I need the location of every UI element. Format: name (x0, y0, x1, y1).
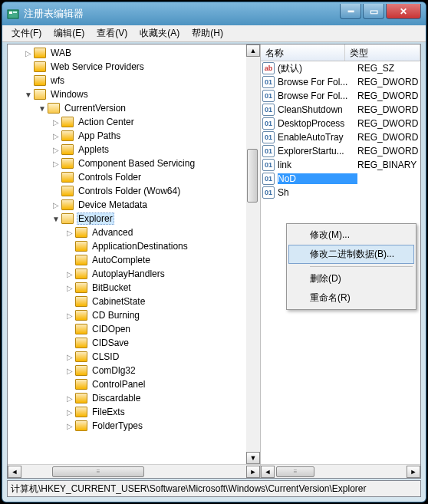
expander-closed-icon[interactable]: ▷ (64, 229, 75, 237)
expander-closed-icon[interactable]: ▷ (51, 201, 61, 209)
scroll-down-button[interactable]: ▼ (246, 452, 260, 464)
tree-node[interactable]: ▷ComDlg32 (9, 364, 258, 377)
menu-favorites[interactable]: 收藏夹(A) (133, 25, 186, 41)
titlebar[interactable]: 注册表编辑器 ━ ▭ ✕ (2, 2, 426, 25)
tree-node[interactable]: Controls Folder (Wow64) (9, 184, 258, 198)
value-row[interactable]: 01linkREG_BINARY (261, 158, 420, 172)
expander-open-icon[interactable]: ▼ (37, 104, 48, 113)
folder-icon (75, 338, 87, 348)
ctx-modify[interactable]: 修改(M)... (288, 226, 414, 245)
value-name: Sh (278, 187, 357, 198)
ctx-rename[interactable]: 重命名(R) (288, 288, 414, 308)
scroll-right-button[interactable]: ► (246, 466, 260, 478)
folder-icon (61, 117, 74, 127)
tree-node[interactable]: ▷WAB (9, 46, 258, 60)
expander-closed-icon[interactable]: ▷ (64, 422, 75, 430)
tree-node[interactable]: ControlPanel (9, 377, 258, 391)
tree-node[interactable]: ▷CLSID (9, 350, 258, 364)
tree-node[interactable]: ▷Component Based Servicing (9, 156, 258, 170)
expander-closed-icon[interactable]: ▷ (51, 118, 61, 127)
folder-icon (75, 351, 87, 362)
header-type[interactable]: 类型 (345, 44, 420, 61)
tree-label: CurrentVersion (63, 103, 127, 114)
expander-closed-icon[interactable]: ▷ (51, 132, 61, 140)
binary-value-icon: 01 (262, 131, 275, 143)
expander-closed-icon[interactable]: ▷ (64, 353, 75, 361)
expander-closed-icon[interactable]: ▷ (64, 311, 75, 320)
expander-closed-icon[interactable]: ▷ (64, 284, 75, 292)
tree-node[interactable]: ▷Action Center (9, 115, 258, 129)
tree-node[interactable]: ▼Explorer (9, 212, 258, 226)
folder-icon (75, 268, 87, 279)
expander-closed-icon[interactable]: ▷ (64, 408, 75, 417)
scroll-right-button[interactable]: ► (407, 466, 420, 478)
value-row[interactable]: 01DesktopProcessREG_DWORD (261, 117, 420, 130)
tree-node[interactable]: ▷App Paths (9, 129, 258, 143)
tree-node[interactable]: ▷Applets (9, 143, 258, 156)
folder-icon (75, 324, 87, 334)
folder-icon (34, 75, 46, 86)
value-row[interactable]: 01Sh (261, 186, 420, 199)
folder-icon (75, 379, 87, 390)
expander-open-icon[interactable]: ▼ (23, 91, 34, 99)
tree-node[interactable]: ▷AutoplayHandlers (9, 267, 258, 281)
expander-open-icon[interactable]: ▼ (51, 215, 61, 223)
tree-node[interactable]: AutoComplete (9, 253, 258, 267)
close-button[interactable]: ✕ (386, 4, 421, 19)
tree-vscrollbar[interactable]: ▲ ▼ (246, 44, 260, 464)
maximize-button[interactable]: ▭ (363, 4, 384, 19)
expander-closed-icon[interactable]: ▷ (64, 394, 75, 403)
folder-icon (61, 213, 74, 224)
tree-node[interactable]: CIDOpen (9, 322, 258, 336)
scroll-thumb[interactable]: ≡ (276, 466, 314, 477)
menu-edit[interactable]: 编辑(E) (48, 25, 91, 41)
string-value-icon: ab (262, 62, 275, 74)
tree-node[interactable]: CabinetState (9, 295, 258, 308)
context-menu: 修改(M)... 修改二进制数据(B)... 删除(D) 重命名(R) (286, 223, 416, 310)
tree-node[interactable]: wfs (9, 74, 258, 87)
tree-node[interactable]: ▷BitBucket (9, 281, 258, 295)
tree-node[interactable]: Web Service Providers (9, 60, 258, 74)
scroll-left-button[interactable]: ◄ (8, 466, 21, 478)
header-name[interactable]: 名称 (261, 44, 345, 61)
tree-node[interactable]: Controls Folder (9, 170, 258, 184)
value-name: CleanShutdown (278, 104, 357, 115)
scroll-left-button[interactable]: ◄ (261, 466, 275, 478)
tree-node[interactable]: ▷FolderTypes (9, 419, 258, 433)
value-row[interactable]: 01CleanShutdownREG_DWORD (261, 103, 420, 117)
tree-node[interactable]: ApplicationDestinations (9, 239, 258, 253)
tree-node[interactable]: ▷Advanced (9, 226, 258, 239)
ctx-modify-binary[interactable]: 修改二进制数据(B)... (288, 245, 414, 264)
value-row[interactable]: 01EnableAutoTrayREG_DWORD (261, 130, 420, 144)
scroll-up-button[interactable]: ▲ (246, 44, 260, 57)
expander-closed-icon[interactable]: ▷ (51, 146, 61, 154)
tree-node[interactable]: ▷FileExts (9, 405, 258, 419)
list-hscrollbar[interactable]: ◄ ≡ ► (261, 464, 420, 478)
expander-closed-icon[interactable]: ▷ (64, 270, 75, 278)
scroll-vthumb[interactable] (247, 149, 258, 203)
minimize-button[interactable]: ━ (340, 4, 361, 19)
menu-help[interactable]: 帮助(H) (186, 25, 229, 41)
expander-closed-icon[interactable]: ▷ (64, 367, 75, 375)
tree-node[interactable]: ▷Discardable (9, 391, 258, 405)
tree-label: Discardable (91, 393, 142, 404)
value-row[interactable]: 01ExplorerStartu...REG_DWORD (261, 144, 420, 158)
tree-node[interactable]: ▷Device Metadata (9, 198, 258, 212)
menu-view[interactable]: 查看(V) (91, 25, 133, 41)
ctx-delete[interactable]: 删除(D) (288, 269, 414, 288)
registry-tree[interactable]: ▷WABWeb Service Providerswfs▼Windows▼Cur… (8, 44, 260, 464)
tree-node[interactable]: ▼CurrentVersion (9, 101, 258, 115)
tree-node[interactable]: ▼Windows (9, 87, 258, 101)
expander-closed-icon[interactable]: ▷ (23, 49, 34, 58)
value-row[interactable]: ab(默认)REG_SZ (261, 61, 420, 75)
value-row[interactable]: 01NoD (261, 172, 420, 186)
value-row[interactable]: 01Browse For Fol...REG_DWORD (261, 89, 420, 103)
scroll-thumb[interactable]: ≡ (52, 466, 144, 477)
menu-file[interactable]: 文件(F) (5, 25, 48, 41)
expander-closed-icon[interactable]: ▷ (51, 160, 61, 168)
folder-icon (75, 310, 87, 321)
tree-hscrollbar[interactable]: ◄ ≡ ► (8, 464, 260, 478)
tree-node[interactable]: ▷CD Burning (9, 308, 258, 322)
value-row[interactable]: 01Browse For Fol...REG_DWORD (261, 75, 420, 89)
tree-node[interactable]: CIDSave (9, 336, 258, 350)
